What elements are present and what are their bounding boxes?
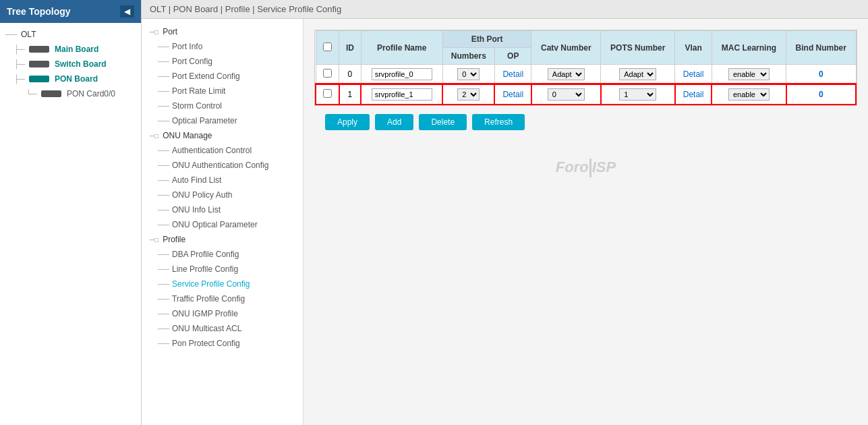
sidebar-toggle-button[interactable]: ◀ xyxy=(120,5,134,18)
tree-container: ── OLT ├─ Main Board ├─ Switch Board ├─ … xyxy=(0,23,141,105)
main-board-icon xyxy=(29,46,49,53)
nav-item-port-extend-config[interactable]: ──Port Extend Config xyxy=(142,69,303,84)
nav-section-profile[interactable]: ─□ Profile xyxy=(142,232,303,247)
table-body: 0 01234 Detail Adapt012 xyxy=(316,65,856,105)
nav-item-optical-parameter[interactable]: ──Optical Parameter xyxy=(142,113,303,128)
delete-button[interactable]: Delete xyxy=(419,114,467,130)
watermark-text: ForoISP xyxy=(556,159,616,175)
th-op: OP xyxy=(494,48,531,65)
nav-item-port-config[interactable]: ──Port Config xyxy=(142,54,303,69)
th-vlan: Vlan xyxy=(675,31,712,65)
nav-item-onu-igmp-profile[interactable]: ──ONU IGMP Profile xyxy=(142,306,303,321)
row1-mac-select[interactable]: enabledisable xyxy=(728,88,770,101)
refresh-button[interactable]: Refresh xyxy=(472,114,525,130)
row1-checkbox-cell xyxy=(316,84,339,105)
add-button[interactable]: Add xyxy=(375,114,413,130)
pon-card-icon xyxy=(41,90,61,97)
nav-item-onu-multicast-acl[interactable]: ──ONU Multicast ACL xyxy=(142,321,303,336)
row0-catv: Adapt012 xyxy=(531,65,601,85)
nav-section-profile-icon: ─□ xyxy=(150,236,158,244)
row1-vlan: Detail xyxy=(675,84,712,105)
nav-item-port-info[interactable]: ──Port Info xyxy=(142,39,303,54)
nav-section-port-label: Port xyxy=(163,27,177,36)
service-profile-table-container: ID Profile Name Eth Port Catv Number POT… xyxy=(314,30,857,106)
row1-mac-learning: enabledisable xyxy=(712,84,786,105)
row1-detail-link[interactable]: Detail xyxy=(502,90,523,99)
nav-item-dba-profile[interactable]: ──DBA Profile Config xyxy=(142,247,303,262)
nav-item-onu-policy-auth[interactable]: ──ONU Policy Auth xyxy=(142,188,303,202)
tree-item-olt[interactable]: ── OLT xyxy=(0,27,141,42)
row1-pots-select[interactable]: Adapt012 xyxy=(619,88,656,101)
th-profile-name: Profile Name xyxy=(361,31,442,65)
breadcrumb: OLT | PON Board | Profile | Service Prof… xyxy=(142,0,868,19)
nav-section-onu-label: ONU Manage xyxy=(163,131,212,140)
tree-item-pon-card[interactable]: └─ PON Card0/0 xyxy=(0,86,141,101)
right-panel: ID Profile Name Eth Port Catv Number POT… xyxy=(303,19,868,425)
row0-checkbox[interactable] xyxy=(323,69,332,78)
row1-profile-name xyxy=(361,84,442,105)
nav-section-port[interactable]: ─□ Port xyxy=(142,24,303,39)
olt-label: OLT xyxy=(21,30,36,39)
row0-pots-select[interactable]: Adapt012 xyxy=(619,68,656,80)
button-area: Apply Add Delete Refresh xyxy=(314,106,857,138)
table-row: 0 01234 Detail Adapt012 xyxy=(316,65,856,85)
row1-catv-select[interactable]: Adapt012 xyxy=(548,88,585,101)
table-row: 1 01234 Detail Adapt012 xyxy=(316,84,856,105)
nav-section-onu-manage[interactable]: ─□ ONU Manage xyxy=(142,128,303,143)
sidebar: Tree Topology ◀ ── OLT ├─ Main Board ├─ … xyxy=(0,0,142,425)
nav-item-onu-info-list[interactable]: ──ONU Info List xyxy=(142,202,303,217)
row0-detail-link[interactable]: Detail xyxy=(502,69,523,79)
pon-card-label: PON Card0/0 xyxy=(67,89,115,98)
main-board-label: Main Board xyxy=(55,45,98,54)
nav-item-onu-optical-param[interactable]: ──ONU Optical Parameter xyxy=(142,217,303,232)
nav-item-onu-auth-config[interactable]: ──ONU Authentication Config xyxy=(142,158,303,173)
breadcrumb-text: OLT | PON Board | Profile | Service Prof… xyxy=(150,4,341,14)
row0-checkbox-cell xyxy=(316,65,339,85)
apply-button[interactable]: Apply xyxy=(325,114,370,130)
tree-item-main-board[interactable]: ├─ Main Board xyxy=(0,42,141,57)
tree-item-pon-board[interactable]: ├─ PON Board xyxy=(0,72,141,86)
row0-vlan-link[interactable]: Detail xyxy=(683,69,704,79)
row1-eth-numbers-select[interactable]: 01234 xyxy=(457,88,480,101)
select-all-checkbox[interactable] xyxy=(323,42,332,51)
row0-pots: Adapt012 xyxy=(601,65,675,85)
row1-catv: Adapt012 xyxy=(531,84,601,105)
content-area: ─□ Port ──Port Info ──Port Config ──Port… xyxy=(142,19,868,425)
row0-vlan: Detail xyxy=(675,65,712,85)
th-id: ID xyxy=(339,31,361,65)
sidebar-title: Tree Topology xyxy=(7,6,71,17)
row1-profile-name-input[interactable] xyxy=(372,88,432,101)
th-numbers: Numbers xyxy=(442,48,494,65)
row0-profile-name xyxy=(361,65,442,85)
watermark: ForoISP xyxy=(314,138,857,198)
nav-section-onu-icon: ─□ xyxy=(150,132,158,140)
th-bind-number: Bind Number xyxy=(786,31,857,65)
nav-item-traffic-profile[interactable]: ──Traffic Profile Config xyxy=(142,291,303,306)
pon-board-icon xyxy=(29,76,49,82)
row0-profile-name-input[interactable] xyxy=(372,68,432,80)
row0-mac-select[interactable]: enabledisable xyxy=(728,68,770,80)
nav-item-line-profile[interactable]: ──Line Profile Config xyxy=(142,262,303,277)
nav-section-profile-label: Profile xyxy=(163,235,185,244)
nav-item-pon-protect-config[interactable]: ──Pon Protect Config xyxy=(142,336,303,351)
row1-pots: Adapt012 xyxy=(601,84,675,105)
th-checkbox xyxy=(316,31,339,65)
tree-item-switch-board[interactable]: ├─ Switch Board xyxy=(0,57,141,72)
main-area: OLT | PON Board | Profile | Service Prof… xyxy=(142,0,868,425)
switch-board-label: Switch Board xyxy=(55,59,107,69)
th-pots-number: POTS Number xyxy=(601,31,675,65)
row0-eth-numbers: 01234 xyxy=(442,65,494,85)
nav-item-auto-find-list[interactable]: ──Auto Find List xyxy=(142,173,303,188)
row0-catv-select[interactable]: Adapt012 xyxy=(548,68,585,80)
nav-item-storm-control[interactable]: ──Storm Control xyxy=(142,98,303,113)
row0-mac-learning: enabledisable xyxy=(712,65,786,85)
th-mac-learning: MAC Learning xyxy=(712,31,786,65)
nav-section-port-icon: ─□ xyxy=(150,28,158,36)
nav-item-service-profile[interactable]: ──Service Profile Config xyxy=(142,277,303,291)
nav-item-port-rate-limit[interactable]: ──Port Rate Limit xyxy=(142,84,303,98)
row1-checkbox[interactable] xyxy=(323,89,332,98)
nav-item-auth-control[interactable]: ──Authentication Control xyxy=(142,143,303,158)
row0-eth-op: Detail xyxy=(494,65,531,85)
row1-vlan-link[interactable]: Detail xyxy=(683,90,704,99)
row0-eth-numbers-select[interactable]: 01234 xyxy=(457,68,480,80)
